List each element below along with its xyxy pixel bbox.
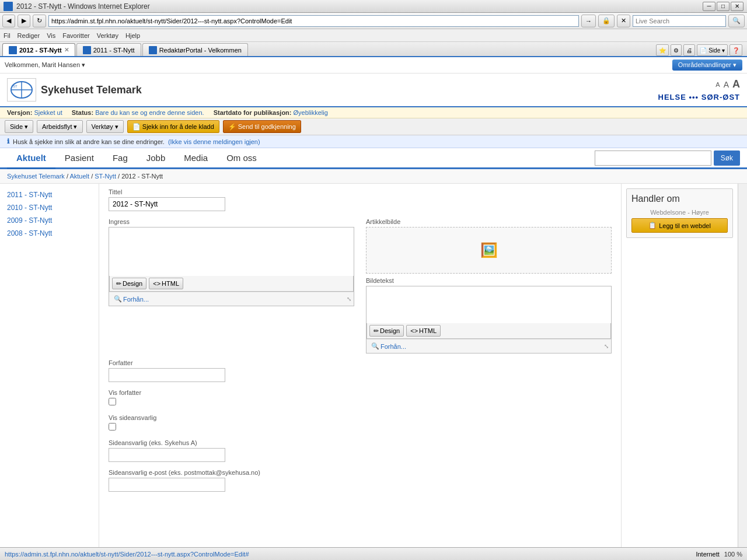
- version-label: Versjon:: [7, 109, 32, 116]
- sideansvarlig-email-label: Sideansvarlig e-post (eks. postmottak@sy…: [109, 469, 612, 476]
- tab-label-0: 2012 - ST-Nytt: [19, 47, 62, 54]
- forfatter-label: Forfatter: [109, 359, 612, 366]
- menu-verktoy[interactable]: Verktøy: [97, 32, 118, 39]
- sideansvarlig-label: Sideansvarlig (eks. Sykehus A): [109, 439, 612, 446]
- artikkelbilde-section: Artikkelbilde 🖼️ Bildetekst Design: [366, 218, 612, 354]
- tools-button[interactable]: ⚙: [671, 44, 682, 56]
- forward-button[interactable]: ▶: [18, 15, 30, 27]
- print-button[interactable]: 🖨: [683, 44, 695, 56]
- preview-icon: 🔍: [114, 295, 122, 303]
- version-value[interactable]: Sjekket ut: [34, 109, 62, 116]
- breadcrumb-2[interactable]: ST-Nytt: [95, 173, 116, 180]
- sidebar-link-2010[interactable]: 2010 - ST-Nytt: [7, 201, 92, 214]
- site-nav-items: Aktuelt Pasient Fag Jobb Media Om oss: [7, 148, 266, 167]
- hide-message-link[interactable]: (Ikke vis denne meldingen igjen): [168, 138, 260, 145]
- go-button[interactable]: →: [581, 15, 596, 27]
- restore-button[interactable]: □: [717, 2, 729, 11]
- menu-rediger[interactable]: Rediger: [18, 32, 40, 39]
- bildetekst-textarea[interactable]: [366, 286, 611, 321]
- nav-item-omoss[interactable]: Om oss: [217, 148, 266, 169]
- minimize-button[interactable]: ─: [703, 2, 715, 11]
- html-icon: <>: [153, 280, 160, 287]
- ingress-preview-btn[interactable]: 🔍 Forhån...: [111, 293, 151, 304]
- tab-2011-st-nytt[interactable]: 2011 - ST-Nytt: [76, 43, 141, 56]
- ingress-section: Ingress Design <> HTML: [109, 218, 354, 354]
- sideansvarlig-email-input[interactable]: [109, 478, 225, 492]
- tab-label-2: RedaktørPortal - Velkommen: [159, 47, 242, 54]
- security-button[interactable]: 🔒: [598, 15, 615, 27]
- tab-icon-0: [9, 46, 17, 54]
- stop-button[interactable]: ✕: [617, 15, 630, 27]
- tab-icon-2: [149, 46, 157, 54]
- sideansvarlig-input[interactable]: [109, 448, 225, 462]
- close-button[interactable]: ✕: [731, 2, 743, 11]
- cms-status-bar: Versjon: Sjekket ut Status: Bare du kan …: [0, 107, 747, 118]
- vis-sideansvarlig-checkbox[interactable]: [109, 423, 116, 430]
- form-area: Tittel Ingress Design: [99, 184, 621, 547]
- ingress-design-btn[interactable]: Design: [112, 278, 146, 289]
- menu-hjelp[interactable]: Hjelp: [125, 32, 140, 39]
- side-button[interactable]: Side ▾: [5, 120, 33, 133]
- bildetekst-design-btn[interactable]: Design: [369, 325, 404, 337]
- vis-sideansvarlig-label: Vis sideansvarlig: [109, 414, 612, 421]
- site-search-input[interactable]: [595, 150, 711, 166]
- bildetekst-html-btn[interactable]: <> HTML: [406, 325, 441, 337]
- refresh-button[interactable]: ↻: [33, 15, 46, 27]
- nav-item-jobb[interactable]: Jobb: [137, 148, 175, 169]
- arbeidsflyt-button[interactable]: Arbeidsflyt ▾: [37, 120, 82, 133]
- nav-bar: ◀ ▶ ↻ → 🔒 ✕ 🔍: [0, 13, 747, 29]
- menu-favoritter[interactable]: Favoritter: [62, 32, 89, 39]
- vis-sideansvarlig-section: Vis sideansvarlig: [109, 414, 612, 432]
- vis-forfatter-section: Vis forfatter: [109, 389, 612, 407]
- font-medium[interactable]: A: [724, 80, 729, 89]
- tab-redaktorportal[interactable]: RedaktørPortal - Velkommen: [142, 43, 248, 56]
- area-handler-button[interactable]: Områdehandlinger ▾: [672, 60, 742, 71]
- send-button[interactable]: ⚡ Send til godkjenning: [223, 120, 301, 133]
- site-search-button[interactable]: Søk: [714, 150, 740, 166]
- sidebar-link-2009[interactable]: 2009 - ST-Nytt: [7, 214, 92, 227]
- ingress-html-btn[interactable]: <> HTML: [149, 278, 183, 289]
- tittel-input[interactable]: [109, 197, 225, 211]
- ingress-textarea[interactable]: [109, 228, 354, 274]
- artikkelbilde-upload[interactable]: 🖼️: [366, 227, 612, 274]
- vis-forfatter-checkbox[interactable]: [109, 398, 116, 405]
- page-button[interactable]: 📄 Side ▾: [697, 44, 728, 56]
- search-input[interactable]: [633, 15, 726, 27]
- nav-item-fag[interactable]: Fag: [103, 148, 137, 169]
- font-large[interactable]: A: [732, 78, 740, 90]
- nav-item-media[interactable]: Media: [174, 148, 217, 169]
- address-bar[interactable]: [48, 15, 579, 27]
- tab-2012-st-nytt[interactable]: 2012 - ST-Nytt ✕: [2, 43, 75, 56]
- scrollbar[interactable]: [738, 184, 747, 547]
- sidebar-link-2011[interactable]: 2011 - ST-Nytt: [7, 188, 92, 201]
- menu-vis[interactable]: Vis: [47, 32, 55, 39]
- font-small[interactable]: A: [715, 81, 720, 88]
- bildetekst-resize[interactable]: ⤡: [604, 343, 609, 349]
- ingress-editor: Design <> HTML 🔍 Forhån...: [109, 227, 354, 306]
- bildetekst-preview-btn[interactable]: 🔍 Forhån...: [369, 341, 409, 352]
- ingress-resize[interactable]: ⤡: [347, 296, 351, 302]
- breadcrumb-1[interactable]: Aktuelt: [69, 173, 89, 180]
- breadcrumb-0[interactable]: Sykehuset Telemark: [7, 173, 65, 180]
- forfatter-input[interactable]: [109, 368, 225, 382]
- bottom-right: Internett 100 %: [696, 551, 742, 558]
- menu-fil[interactable]: Fil: [4, 32, 11, 39]
- add-webdel-button[interactable]: 📋 Legg til en webdel: [631, 218, 728, 233]
- startdate-value[interactable]: Øyeblikkelig: [294, 109, 328, 116]
- search-button[interactable]: 🔍: [728, 15, 745, 27]
- nav-item-aktuelt[interactable]: Aktuelt: [7, 148, 55, 169]
- bildetekst-pencil-icon: [374, 327, 379, 335]
- help-button[interactable]: ❓: [729, 44, 742, 56]
- status-value[interactable]: Bare du kan se og endre denne siden.: [95, 109, 204, 116]
- tab-close-0[interactable]: ✕: [64, 47, 69, 53]
- menu-bar: Fil Rediger Vis Favoritter Verktøy Hjelp: [0, 29, 747, 42]
- vis-forfatter-label: Vis forfatter: [109, 389, 612, 396]
- verktoy-button[interactable]: Verktøy ▾: [86, 120, 124, 133]
- tab-toolbar-right: ⭐ ⚙ 🖨 📄 Side ▾ ❓: [249, 44, 745, 56]
- nav-item-pasient[interactable]: Pasient: [55, 148, 103, 169]
- favorites-button[interactable]: ⭐: [656, 44, 669, 56]
- page-header: Velkommen, Marit Hansen ▾ Områdehandling…: [0, 57, 747, 74]
- sidebar-link-2008[interactable]: 2008 - ST-Nytt: [7, 227, 92, 240]
- sjekk-inn-button[interactable]: 📄 Sjekk inn for å dele kladd: [127, 120, 219, 133]
- back-button[interactable]: ◀: [2, 15, 15, 27]
